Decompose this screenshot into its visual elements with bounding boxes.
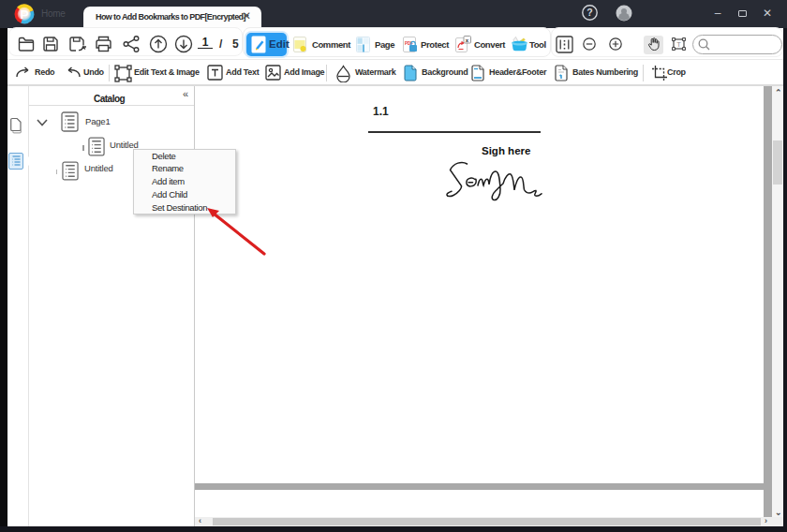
svg-text:?: ? (587, 7, 592, 18)
svg-text:P: P (20, 7, 28, 22)
svg-text:T: T (676, 40, 681, 49)
